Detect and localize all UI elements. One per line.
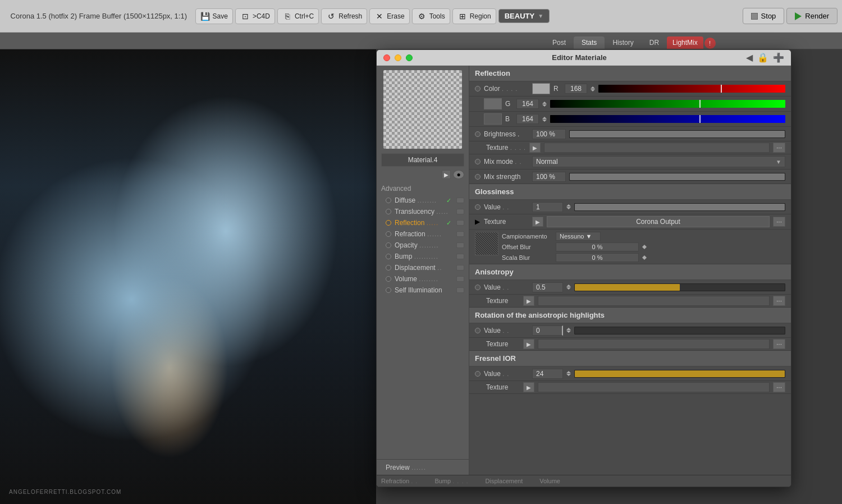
rot-value-arrows[interactable] <box>566 328 571 333</box>
rot-value-slider[interactable] <box>574 327 785 335</box>
brightness-input[interactable] <box>532 129 566 139</box>
tab-stats[interactable]: Stats <box>574 36 605 49</box>
fresnel-value-radio[interactable] <box>475 371 481 377</box>
rot-value-input[interactable] <box>532 326 563 336</box>
offset-blur-input[interactable] <box>556 242 639 251</box>
aniso-value-input[interactable] <box>532 282 563 292</box>
g-slider[interactable] <box>550 100 785 108</box>
layer-volume[interactable]: Volume ........ <box>377 273 469 285</box>
stop-button[interactable]: Stop <box>743 8 785 24</box>
rot-texture-btn[interactable]: ▶ <box>523 339 534 349</box>
gloss-value-slider[interactable] <box>574 203 785 211</box>
fresnel-texture-btn[interactable]: ▶ <box>523 382 534 392</box>
aniso-value-radio[interactable] <box>475 285 481 290</box>
color-swatch[interactable] <box>532 83 550 94</box>
g-arrows[interactable] <box>542 102 547 107</box>
tab-history[interactable]: History <box>605 36 641 49</box>
layer-refraction[interactable]: Refraction ...... <box>377 228 469 240</box>
aniso-texture-more[interactable]: ··· <box>773 296 785 306</box>
layer-displacement[interactable]: Displacement .. <box>377 262 469 273</box>
layer-reflection[interactable]: Reflection ..... ✓ <box>377 217 469 228</box>
campionamento-dropdown[interactable]: Nessuno ▼ <box>556 232 601 241</box>
scala-blur-input[interactable] <box>556 253 639 262</box>
lock-icon[interactable]: 🔒 <box>757 52 768 63</box>
fresnel-value-input[interactable] <box>532 369 563 379</box>
gloss-texture-more[interactable]: ··· <box>773 217 785 227</box>
layer-translucency[interactable]: Translucency ..... <box>377 206 469 217</box>
beauty-dropdown[interactable]: BEAUTY ▼ <box>498 9 550 23</box>
toggle-translucency[interactable] <box>456 209 464 214</box>
ctrl-c-button[interactable]: ⎘ Ctrl+C <box>277 8 319 24</box>
r-arrows[interactable] <box>591 86 595 91</box>
refresh-button[interactable]: ↺ Refresh <box>321 8 367 24</box>
toggle-refraction[interactable] <box>456 231 464 237</box>
copy-c4d-button[interactable]: ⊡ >C4D <box>235 8 275 24</box>
toggle-reflection[interactable] <box>456 220 464 226</box>
check-diffuse: ✓ <box>446 197 453 204</box>
brightness-radio[interactable] <box>475 131 481 137</box>
mix-strength-input[interactable] <box>532 172 566 182</box>
mix-strength-slider[interactable] <box>569 173 785 181</box>
campionamento-row: Campionamento Nessuno ▼ <box>502 232 785 241</box>
add-icon[interactable]: ➕ <box>773 52 784 63</box>
layer-opacity[interactable]: Opacity ........ <box>377 240 469 251</box>
b-slider[interactable] <box>550 115 785 123</box>
back-arrow-icon[interactable]: ◀ <box>746 52 753 63</box>
erase-button[interactable]: ✕ Erase <box>369 8 409 24</box>
g-label: G <box>505 100 513 108</box>
r-input[interactable] <box>565 84 587 94</box>
mix-strength-radio[interactable] <box>475 174 481 180</box>
save-button[interactable]: 💾 Save <box>195 8 233 24</box>
rot-texture-more[interactable]: ··· <box>773 339 785 349</box>
color-radio[interactable] <box>475 86 481 91</box>
toggle-bump[interactable] <box>456 254 464 259</box>
preview-item[interactable]: Preview ...... <box>381 462 464 473</box>
fresnel-value-slider[interactable] <box>574 370 785 378</box>
scala-blur-arrows[interactable] <box>642 255 647 260</box>
gloss-value-arrows[interactable] <box>566 204 571 209</box>
tab-post[interactable]: Post <box>544 36 574 49</box>
aniso-value-arrows[interactable] <box>566 285 571 290</box>
layer-self-illumination[interactable]: Self Illumination <box>377 285 469 296</box>
layer-diffuse[interactable]: Diffuse ........ ✓ <box>377 195 469 206</box>
toggle-diffuse[interactable] <box>456 198 464 203</box>
texture-bar-1[interactable] <box>544 143 770 153</box>
aniso-value-slider[interactable] <box>574 283 785 291</box>
corona-output-button[interactable]: Corona Output <box>547 216 770 227</box>
tools-button[interactable]: ⚙ Tools <box>412 8 450 24</box>
mix-mode-dropdown[interactable]: Normal ▼ <box>532 156 785 167</box>
maximize-button[interactable] <box>406 54 413 61</box>
toggle-volume[interactable] <box>456 276 464 282</box>
toggle-opacity[interactable] <box>456 242 464 248</box>
gloss-texture-btn[interactable]: ▶ <box>532 217 543 227</box>
gloss-value-radio[interactable] <box>475 204 481 210</box>
rot-value-radio[interactable] <box>475 328 481 333</box>
render-button[interactable]: Render <box>786 8 838 24</box>
rot-texture-bar[interactable] <box>538 339 770 349</box>
b-input[interactable] <box>516 114 539 124</box>
tab-dr[interactable]: DR <box>642 36 667 49</box>
r-slider[interactable] <box>598 85 785 93</box>
layer-bump[interactable]: Bump .......... <box>377 251 469 262</box>
mat-nav-dot[interactable]: ● <box>453 170 464 179</box>
fresnel-texture-bar[interactable] <box>538 382 770 392</box>
tab-lightmix[interactable]: LightMix <box>667 36 703 49</box>
gloss-value-input[interactable] <box>532 202 563 212</box>
offset-blur-arrows[interactable] <box>642 245 647 249</box>
fresnel-texture-more[interactable]: ··· <box>773 382 785 392</box>
texture-btn-1[interactable]: ▶ <box>529 143 541 153</box>
toggle-self-illumination[interactable] <box>456 287 464 293</box>
region-button[interactable]: ⊞ Region <box>452 8 496 24</box>
toggle-displacement[interactable] <box>456 265 464 271</box>
aniso-texture-btn[interactable]: ▶ <box>523 296 534 306</box>
close-button[interactable] <box>383 54 390 61</box>
mix-mode-radio[interactable] <box>475 159 481 164</box>
b-arrows[interactable] <box>542 117 547 122</box>
mat-nav-prev[interactable]: ▶ <box>442 170 451 179</box>
texture-more-1[interactable]: ··· <box>773 143 785 153</box>
minimize-button[interactable] <box>395 54 401 61</box>
brightness-slider[interactable] <box>569 130 785 138</box>
g-input[interactable] <box>516 99 539 109</box>
fresnel-value-arrows[interactable] <box>566 371 571 376</box>
aniso-texture-bar[interactable] <box>538 296 770 306</box>
